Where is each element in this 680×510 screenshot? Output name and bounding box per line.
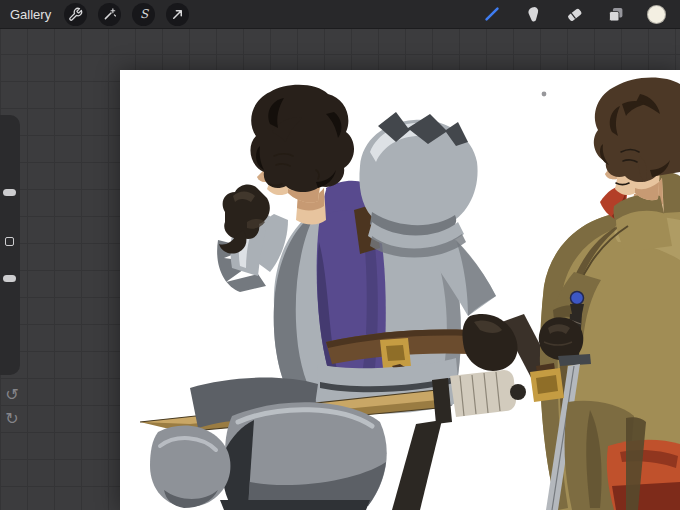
artwork-drawing: [120, 70, 680, 510]
knight-figure: [140, 85, 572, 510]
paint-tool-button[interactable]: [481, 3, 503, 25]
brush-size-slider[interactable]: [3, 189, 16, 196]
paint-speck: [542, 92, 547, 97]
toolbar-left-group: Gallery S: [0, 3, 189, 26]
undo-button[interactable]: ↺: [1, 384, 23, 406]
top-toolbar: Gallery S: [0, 0, 680, 29]
brush-sidebar[interactable]: [0, 115, 20, 375]
transform-button[interactable]: [166, 3, 189, 26]
redo-button[interactable]: ↻: [1, 408, 23, 430]
drawing-canvas[interactable]: [120, 70, 680, 510]
layers-button[interactable]: [604, 3, 626, 25]
wrench-icon: [68, 7, 83, 22]
workspace-background: Gallery S: [0, 0, 680, 510]
svg-text:S: S: [140, 7, 150, 21]
eraser-icon: [565, 5, 584, 24]
selection-s-icon: S: [136, 6, 152, 22]
selection-button[interactable]: S: [132, 3, 155, 26]
modify-button[interactable]: [5, 237, 14, 246]
actions-button[interactable]: [64, 3, 87, 26]
color-button[interactable]: [645, 3, 667, 25]
smudge-tool-button[interactable]: [522, 3, 544, 25]
gallery-button[interactable]: Gallery: [10, 7, 51, 22]
adjustments-button[interactable]: [98, 3, 121, 26]
toolbar-right-group: [481, 3, 680, 25]
erase-tool-button[interactable]: [563, 3, 585, 25]
brush-icon: [482, 4, 502, 24]
opacity-slider[interactable]: [3, 275, 16, 282]
squire-figure: [530, 77, 680, 510]
transform-arrow-icon: [170, 7, 185, 22]
layers-icon: [606, 5, 625, 24]
magic-wand-icon: [102, 7, 117, 22]
smudge-icon: [524, 5, 543, 24]
color-swatch: [647, 5, 666, 24]
